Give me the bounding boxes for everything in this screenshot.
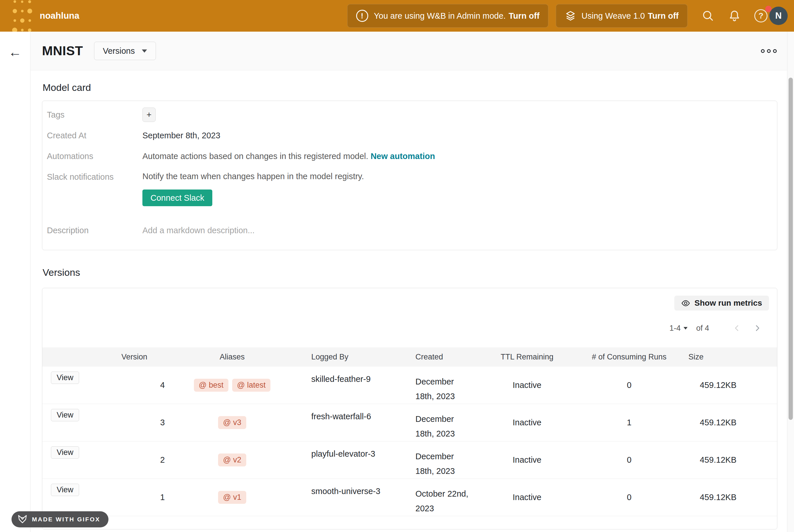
show-run-metrics-button[interactable]: Show run metrics (674, 296, 769, 310)
top-navigation-bar: noahluna ! You are using W&B in Admin mo… (0, 0, 794, 32)
column-logged-by[interactable]: Logged By (281, 353, 385, 361)
created-at-value: September 8th, 2023 (143, 131, 777, 140)
bell-icon[interactable] (728, 9, 741, 22)
created-at-row: Created At September 8th, 2023 (42, 125, 777, 146)
pagination: 1-4 of 4 (42, 323, 777, 341)
fox-icon (17, 514, 27, 525)
admin-banner-text: You are using W&B in Admin mode. (374, 11, 506, 21)
table-row: View2@ v2playful-elevator-3December 18th… (42, 441, 777, 479)
search-icon[interactable] (701, 9, 715, 22)
versions-table-body: View4@ best@ latestskilled-feather-9Dece… (42, 367, 777, 516)
made-with-gifox-badge[interactable]: MADE WITH GIFOX (12, 511, 109, 527)
previous-page-button[interactable] (732, 323, 742, 333)
size-cell: 459.12KB (684, 441, 777, 478)
logged-by-cell: smooth-universe-3 (281, 479, 385, 516)
aliases-cell: @ v2 (183, 441, 281, 478)
created-at-label: Created At (42, 131, 143, 140)
org-name[interactable]: noahluna (40, 11, 79, 21)
notification-dot (765, 6, 772, 12)
left-rail: ← (0, 32, 31, 532)
page-header: MNIST Versions (31, 32, 794, 71)
created-cell: December 18th, 2023 (385, 441, 479, 478)
ttl-cell: Inactive (479, 404, 574, 441)
logged-by-cell: fresh-waterfall-6 (281, 404, 385, 441)
alias-pill[interactable]: @ v2 (218, 454, 246, 467)
size-cell: 459.12KB (684, 479, 777, 516)
alias-pill[interactable]: @ latest (232, 379, 270, 392)
page-body: ← MNIST Versions Model card Tags + Creat… (0, 32, 794, 532)
description-row: Description Add a markdown description..… (42, 217, 777, 244)
eye-icon (681, 299, 690, 308)
admin-turn-off-button[interactable]: Turn off (509, 11, 540, 21)
scrollbar-thumb[interactable] (789, 78, 793, 420)
new-automation-link[interactable]: New automation (371, 152, 435, 161)
weave-turn-off-button[interactable]: Turn off (648, 11, 679, 21)
overflow-menu-button[interactable] (761, 49, 777, 53)
back-arrow-icon[interactable]: ← (8, 45, 22, 59)
versions-table-header: Version Aliases Logged By Created TTL Re… (42, 347, 777, 367)
page-title: MNIST (42, 43, 83, 58)
automations-label: Automations (42, 152, 143, 161)
next-page-button[interactable] (752, 323, 762, 333)
main-content: Model card Tags + Created At September 8… (31, 82, 794, 529)
chevron-down-icon (142, 50, 147, 53)
column-ttl-remaining[interactable]: TTL Remaining (479, 353, 574, 361)
avatar[interactable]: N (769, 6, 788, 25)
model-card-panel: Tags + Created At September 8th, 2023 Au… (42, 101, 777, 250)
slack-description: Notify the team when changes happen in t… (143, 170, 777, 182)
admin-mode-banner: ! You are using W&B in Admin mode. Turn … (347, 4, 549, 27)
column-aliases[interactable]: Aliases (183, 353, 281, 361)
logged-by-cell: playful-elevator-3 (281, 441, 385, 478)
pagination-total: of 4 (696, 324, 709, 333)
versions-panel: Show run metrics 1-4 of 4 (42, 288, 777, 529)
version-cell: 1 (86, 479, 183, 516)
column-consuming-runs[interactable]: # of Consuming Runs (574, 353, 684, 361)
help-icon[interactable]: ? (754, 9, 768, 22)
consuming-runs-cell: 1 (574, 404, 684, 441)
versions-dropdown[interactable]: Versions (94, 42, 156, 60)
logged-by-cell: skilled-feather-9 (281, 367, 385, 404)
topbar-icons: ? (701, 9, 768, 22)
table-row: View3@ v3fresh-waterfall-6December 18th,… (42, 404, 777, 441)
alias-pill[interactable]: @ v3 (218, 416, 246, 429)
view-button[interactable]: View (51, 372, 79, 384)
view-button[interactable]: View (51, 484, 79, 496)
column-created[interactable]: Created (385, 353, 479, 361)
version-cell: 2 (86, 441, 183, 478)
pagination-range-dropdown[interactable]: 1-4 (669, 324, 687, 333)
column-version[interactable]: Version (86, 353, 183, 361)
automations-row: Automations Automate actions based on ch… (42, 146, 777, 167)
add-tag-button[interactable]: + (143, 108, 156, 122)
description-placeholder[interactable]: Add a markdown description... (143, 226, 777, 235)
vertical-scrollbar (787, 32, 794, 532)
version-cell: 3 (86, 404, 183, 441)
column-size[interactable]: Size (684, 353, 777, 361)
versions-heading: Versions (42, 267, 777, 278)
version-cell: 4 (86, 367, 183, 404)
view-button[interactable]: View (51, 409, 79, 421)
automations-text: Automate actions based on changes in thi… (143, 152, 368, 161)
description-label: Description (42, 226, 143, 235)
created-cell: December 18th, 2023 (385, 367, 479, 404)
ttl-cell: Inactive (479, 479, 574, 516)
wandb-logo-icon[interactable] (11, 0, 33, 35)
created-cell: October 22nd, 2023 (385, 479, 479, 516)
layers-icon (565, 10, 576, 22)
slack-row: Slack notifications Notify the team when… (42, 167, 777, 217)
tags-label: Tags (42, 110, 143, 120)
consuming-runs-cell: 0 (574, 479, 684, 516)
content-area: MNIST Versions Model card Tags + Created… (31, 32, 794, 532)
model-card-heading: Model card (42, 82, 777, 93)
weave-banner: Using Weave 1.0 Turn off (556, 4, 687, 27)
consuming-runs-cell: 0 (574, 441, 684, 478)
slack-label: Slack notifications (42, 170, 143, 182)
alert-circle-icon: ! (356, 10, 368, 22)
alias-pill[interactable]: @ v1 (218, 491, 246, 504)
view-button[interactable]: View (51, 446, 79, 459)
chevron-down-icon (683, 327, 687, 329)
alias-pill[interactable]: @ best (194, 379, 228, 392)
table-row: View4@ best@ latestskilled-feather-9Dece… (42, 367, 777, 404)
consuming-runs-cell: 0 (574, 367, 684, 404)
show-run-metrics-label: Show run metrics (695, 299, 762, 308)
connect-slack-button[interactable]: Connect Slack (143, 190, 212, 206)
